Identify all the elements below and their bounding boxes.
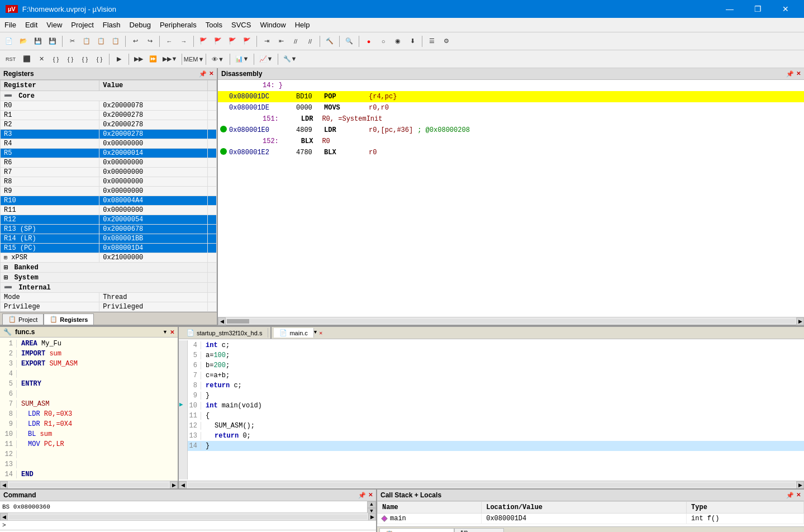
- disasm-hscroll[interactable]: ◀ ▶: [218, 317, 804, 325]
- tb-chart[interactable]: 📊▼: [233, 53, 251, 66]
- close-command[interactable]: ✕: [368, 492, 373, 499]
- menu-peripherals[interactable]: Peripherals: [155, 18, 201, 32]
- tb-paste[interactable]: 📋: [94, 35, 108, 48]
- reg-r6[interactable]: R6 0x00000000: [1, 158, 217, 168]
- callstack-content[interactable]: Name Location/Value Type main: [377, 501, 804, 526]
- tb-erase[interactable]: ◉: [391, 35, 405, 48]
- tb-perf[interactable]: 📈▼: [257, 53, 275, 66]
- tab-project[interactable]: 📋 Project: [2, 314, 44, 325]
- tb-options[interactable]: ☰: [425, 35, 439, 48]
- command-pin[interactable]: 📌: [358, 492, 366, 499]
- reg-r9[interactable]: R9 0x00000000: [1, 187, 217, 196]
- reg-r0[interactable]: R0 0x20000078: [1, 101, 217, 111]
- disasm-hscroll-right[interactable]: ▶: [796, 317, 804, 325]
- tb-braces3[interactable]: { }: [78, 53, 92, 66]
- reg-r4[interactable]: R4 0x00000000: [1, 139, 217, 149]
- tb-bookmark[interactable]: 🚩: [197, 35, 210, 48]
- tb-braces4[interactable]: { }: [93, 53, 106, 66]
- mainc-content[interactable]: ▶ 4 int c; 5 a=100; 6 b=200;: [179, 339, 804, 481]
- tb-open[interactable]: 📂: [17, 35, 30, 48]
- disasm-hscroll-thumb[interactable]: [227, 319, 249, 324]
- tb-find[interactable]: 🔍: [342, 35, 356, 48]
- tb-run2[interactable]: ▶▶: [132, 53, 145, 66]
- reg-r13[interactable]: R13 (SP) 0x20000678: [1, 225, 217, 234]
- tab-startup[interactable]: 📄 startup_stm32f10x_hd.s: [181, 328, 268, 338]
- tb-save-all[interactable]: 💾: [46, 35, 59, 48]
- tb-nav-fwd[interactable]: →: [177, 35, 191, 48]
- callstack-row-main[interactable]: main 0x080001D4 int f(): [378, 514, 804, 524]
- close-registers[interactable]: ✕: [209, 70, 213, 78]
- tb-new[interactable]: 📄: [2, 35, 16, 48]
- menu-edit[interactable]: Edit: [21, 18, 42, 32]
- tab-registers[interactable]: 📋 Registers: [44, 314, 94, 325]
- tb-undo[interactable]: ↩: [129, 35, 142, 48]
- reg-r12[interactable]: R12 0x20000054: [1, 215, 217, 225]
- reg-r11[interactable]: R11 0x00000000: [1, 206, 217, 215]
- tb-build[interactable]: 🔨: [323, 35, 336, 48]
- mainc-lines[interactable]: 4 int c; 5 a=100; 6 b=200; 7 c=a+b;: [188, 340, 804, 479]
- tb-braces1[interactable]: { }: [49, 53, 63, 66]
- tb-settings[interactable]: ⚙: [440, 35, 453, 48]
- tb-cut[interactable]: ✂: [65, 35, 79, 48]
- tb-comment[interactable]: //: [289, 35, 302, 48]
- tab-mainc[interactable]: 📄 main.c: [274, 328, 313, 338]
- tb-rst[interactable]: RST: [2, 53, 19, 66]
- reg-r1[interactable]: R1 0x20000278: [1, 111, 217, 120]
- menu-svcs[interactable]: SVCS: [227, 18, 255, 32]
- tb-something[interactable]: 📋: [109, 35, 122, 48]
- mainc-chevron[interactable]: ▼: [314, 330, 317, 336]
- cs-tab-callstack[interactable]: 📋 Call Stack + Locals: [379, 528, 454, 532]
- command-hscroll-right[interactable]: ▶: [368, 513, 376, 521]
- command-hscroll-left[interactable]: ◀: [0, 513, 8, 521]
- close-disasm[interactable]: ✕: [796, 70, 801, 78]
- command-scroll-down[interactable]: ▼: [367, 508, 376, 512]
- tb-step-out[interactable]: ▶: [112, 53, 126, 66]
- menu-project[interactable]: Project: [66, 18, 98, 32]
- tb-tool[interactable]: 🔧▼: [281, 53, 299, 66]
- reg-xpsr[interactable]: ⊞ xPSR 0x21000000: [1, 253, 217, 263]
- tb-save[interactable]: 💾: [31, 35, 45, 48]
- reg-r10[interactable]: R10 0x080004A4: [1, 196, 217, 206]
- maximize-button[interactable]: ❐: [745, 0, 770, 18]
- tb-redo[interactable]: ↪: [143, 35, 156, 48]
- tb-debug2[interactable]: ✕: [35, 53, 48, 66]
- funcs-hscroll-left[interactable]: ◀: [0, 481, 8, 489]
- close-funcs[interactable]: ✕: [170, 329, 174, 335]
- reg-r3[interactable]: R3 0x20000278: [1, 130, 217, 139]
- tb-bookmark2[interactable]: 🚩: [211, 35, 225, 48]
- mainc-hscroll-left[interactable]: ◀: [179, 481, 187, 489]
- tb-nav-back[interactable]: ←: [163, 35, 176, 48]
- mainc-hscroll[interactable]: ◀ ▶: [179, 481, 804, 488]
- reg-r5[interactable]: R5 0x20000014: [1, 149, 217, 158]
- tb-run4[interactable]: ▶▶▼: [161, 53, 179, 66]
- command-scroll-up[interactable]: ▲: [367, 501, 376, 508]
- tb-run[interactable]: ●: [362, 35, 375, 48]
- funcs-hscroll[interactable]: ◀ ▶: [0, 481, 178, 488]
- close-callstack[interactable]: ✕: [796, 492, 801, 499]
- callstack-pin[interactable]: 📌: [786, 492, 794, 499]
- tb-stop[interactable]: ○: [377, 35, 390, 48]
- reg-r2[interactable]: R2 0x20000278: [1, 120, 217, 130]
- funcs-hscroll-right[interactable]: ▶: [170, 481, 178, 489]
- menu-view[interactable]: View: [42, 18, 66, 32]
- tb-copy[interactable]: 📋: [80, 35, 93, 48]
- funcs-content[interactable]: 1 AREA My_Fu 2 IMPORT sum 3 EXPORT SUM_A…: [0, 338, 178, 481]
- close-button[interactable]: ✕: [773, 0, 798, 18]
- menu-flash[interactable]: Flash: [98, 18, 125, 32]
- reg-r7[interactable]: R7 0x00000000: [1, 168, 217, 177]
- registers-table-wrap[interactable]: Register Value ➖ Core R0 0x20000078: [0, 80, 217, 312]
- tb-bookmark4[interactable]: 🚩: [240, 35, 254, 48]
- minimize-button[interactable]: —: [717, 0, 743, 18]
- tb-braces2[interactable]: { }: [64, 53, 77, 66]
- tb-watch[interactable]: 👁▼: [209, 53, 227, 66]
- tb-outdent[interactable]: ⇤: [274, 35, 288, 48]
- tb-bookmark3[interactable]: 🚩: [226, 35, 239, 48]
- tb-mem1[interactable]: MEM▼: [185, 53, 203, 66]
- close-mainc[interactable]: ✕: [319, 330, 322, 336]
- reg-r15[interactable]: R15 (PC) 0x080001D4: [1, 244, 217, 253]
- menu-tools[interactable]: Tools: [201, 18, 227, 32]
- reg-r8[interactable]: R8 0x00000000: [1, 177, 217, 187]
- menu-window[interactable]: Window: [255, 18, 290, 32]
- disasm-pin-icon[interactable]: 📌: [786, 70, 794, 78]
- menu-file[interactable]: File: [0, 18, 21, 32]
